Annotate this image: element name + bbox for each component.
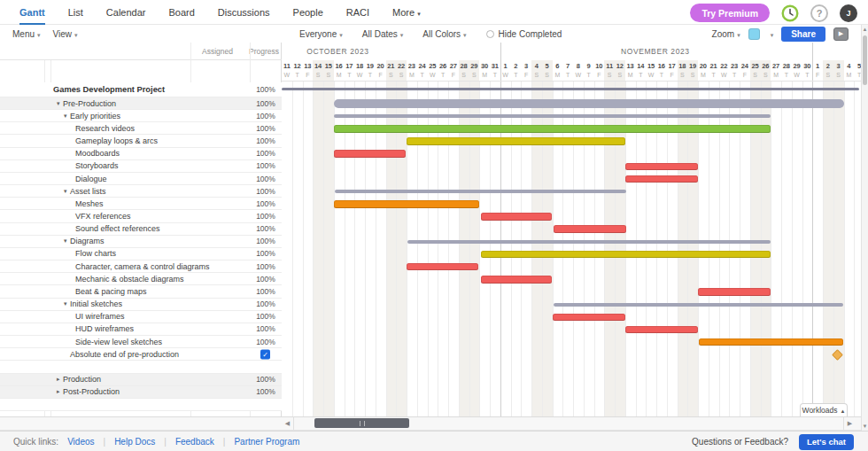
help-icon[interactable]: ? — [810, 4, 828, 22]
scroll-up-arrow-icon[interactable]: ▲ — [862, 27, 868, 32]
collapse-caret-icon[interactable]: ▾ — [57, 100, 60, 107]
task-row-dialogue[interactable]: Dialogue100% — [0, 173, 282, 185]
all-dates-filter-dropdown[interactable]: All Dates▾ — [362, 29, 404, 39]
gantt-bar-storyboards[interactable] — [625, 163, 698, 171]
nav-tab-discussions[interactable]: Discussions — [218, 0, 270, 25]
task-row-storyboards[interactable]: Storyboards100% — [0, 160, 282, 173]
gantt-bar-vfx-references[interactable] — [481, 213, 552, 221]
task-label: Character, camera & control diagrams — [75, 262, 210, 271]
gantt-bar-meshes[interactable] — [334, 200, 480, 208]
view-dropdown[interactable]: View▾ — [53, 29, 78, 39]
gantt-bar-initial-sketches[interactable] — [554, 303, 844, 307]
footer-link-videos[interactable]: Videos — [67, 437, 94, 447]
day-header-cell: 30M — [479, 61, 490, 81]
task-row-sound-effect-references[interactable]: Sound effect references100% — [0, 223, 282, 236]
horizontal-scrollbar-thumb[interactable] — [314, 418, 409, 428]
task-label: Flow charts — [75, 249, 116, 258]
task-row-gameplay-loops-arcs[interactable]: Gameplay loops & arcs100% — [0, 135, 282, 147]
weekend-column — [750, 60, 761, 416]
gantt-bar-dialogue[interactable] — [625, 175, 698, 183]
nav-tab-people[interactable]: People — [293, 0, 323, 25]
gantt-bar-side-view-level-sketches[interactable] — [699, 338, 843, 346]
task-row-early-priorities[interactable]: ▾Early priorities100% — [0, 110, 282, 122]
menu-dropdown[interactable]: Menu▾ — [12, 29, 41, 39]
task-row-post-production[interactable]: ▸Post-Production100% — [0, 386, 282, 399]
expand-caret-icon[interactable]: ▸ — [57, 388, 60, 395]
task-row-initial-sketches[interactable]: ▾Initial sketches100% — [0, 299, 282, 311]
nav-tab-gantt[interactable]: Gantt — [19, 0, 45, 25]
try-premium-button[interactable]: Try Premium — [690, 4, 770, 22]
gantt-bar-sound-effect-references[interactable] — [554, 225, 626, 233]
task-row-vfx-references[interactable]: VFX references100% — [0, 210, 282, 222]
footer-link-help-docs[interactable]: Help Docs — [114, 437, 155, 447]
day-number: 2 — [511, 61, 522, 71]
everyone-filter-dropdown[interactable]: Everyone▾ — [299, 29, 343, 39]
task-row-pre-production[interactable]: ▾Pre-Production100% — [0, 97, 282, 110]
task-row-moodboards[interactable]: Moodboards100% — [0, 148, 282, 160]
task-row-ui-wireframes[interactable]: UI wireframes100% — [0, 311, 282, 323]
task-row-beat-pacing-maps[interactable]: Beat & pacing maps100% — [0, 285, 282, 298]
gantt-bar-flow-charts[interactable] — [481, 251, 771, 259]
gantt-bar-character-camera-control-diagrams[interactable] — [407, 263, 478, 271]
nav-tab-raci[interactable]: RACI — [346, 0, 369, 25]
weekday-letter: T — [438, 71, 448, 79]
scroll-right-arrow-icon[interactable]: ▶ — [843, 416, 856, 430]
gantt-bar-research-videos[interactable] — [334, 125, 771, 133]
gantt-bar-diagrams[interactable] — [407, 240, 771, 244]
weekday-letter: S — [313, 71, 323, 79]
weekend-column — [396, 60, 407, 416]
task-row-asset-lists[interactable]: ▾Asset lists100% — [0, 185, 282, 198]
task-row-hud-wireframes[interactable]: HUD wireframes100% — [0, 323, 282, 336]
task-row-absolute-end-of-pre-production[interactable]: Absolute end of pre-production✓ — [0, 348, 282, 361]
weekend-column — [469, 60, 480, 416]
avatar[interactable]: J — [840, 4, 857, 22]
color-swatch-picker[interactable] — [748, 28, 760, 40]
hide-completed-checkbox[interactable] — [486, 30, 494, 38]
workloads-tab[interactable]: Workloads▲ — [800, 403, 848, 416]
gantt-bar-pre-production[interactable] — [334, 99, 844, 108]
lets-chat-button[interactable]: Let's chat — [799, 434, 854, 450]
collapse-caret-icon[interactable]: ▾ — [64, 237, 67, 245]
zoom-dropdown[interactable]: Zoom▾ — [712, 29, 740, 39]
footer-link-partner-program[interactable]: Partner Program — [234, 437, 299, 447]
task-row-research-videos[interactable]: Research videos100% — [0, 122, 282, 135]
task-row-diagrams[interactable]: ▾Diagrams100% — [0, 236, 282, 248]
task-row-mechanic-obstacle-diagrams[interactable]: Mechanic & obstacle diagrams100% — [0, 273, 282, 285]
gantt-bar-ui-wireframes[interactable] — [553, 314, 625, 322]
task-row-character-camera-control-diagrams[interactable]: Character, camera & control diagrams100% — [0, 260, 282, 273]
collapse-caret-icon[interactable]: ▾ — [64, 113, 67, 120]
task-row-flow-charts[interactable]: Flow charts100% — [0, 248, 282, 260]
share-button[interactable]: Share — [781, 27, 825, 42]
collapse-caret-icon[interactable]: ▾ — [64, 188, 67, 195]
task-row-production[interactable]: ▸Production100% — [0, 374, 282, 386]
milestone-complete-checkbox[interactable]: ✓ — [260, 349, 270, 359]
gantt-bar-beat-pacing-maps[interactable] — [698, 288, 771, 296]
scroll-down-arrow-icon[interactable]: ▼ — [862, 424, 868, 429]
task-row-meshes[interactable]: Meshes100% — [0, 198, 282, 210]
gantt-bar-hud-wireframes[interactable] — [625, 326, 698, 334]
nav-tab-calendar[interactable]: Calendar — [106, 0, 146, 25]
present-export-icon[interactable]: ▶ — [833, 27, 849, 41]
weekend-column — [323, 60, 334, 416]
gantt-bar-mechanic-obstacle-diagrams[interactable] — [481, 276, 552, 284]
footer-link-feedback[interactable]: Feedback — [175, 437, 214, 447]
task-row-side-view-level-sketches[interactable]: Side-view level sketches100% — [0, 336, 282, 348]
gantt-bar-early-priorities[interactable] — [334, 114, 771, 118]
nav-tab-more[interactable]: More▾ — [392, 0, 421, 25]
gantt-bar-games-development-project[interactable] — [282, 88, 859, 90]
scroll-left-arrow-icon[interactable]: ◀ — [282, 416, 294, 430]
day-number: 7 — [562, 61, 573, 71]
gantt-bar-gameplay-loops-arcs[interactable] — [407, 137, 625, 145]
gantt-bar-asset-lists[interactable] — [335, 190, 626, 193]
expand-caret-icon[interactable]: ▸ — [57, 376, 60, 383]
nav-tab-board[interactable]: Board — [169, 0, 195, 25]
nav-tab-list[interactable]: List — [68, 0, 83, 25]
vertical-scrollbar-thumb[interactable] — [863, 35, 867, 85]
time-tracking-clock-icon[interactable] — [781, 4, 799, 22]
collapse-caret-icon[interactable]: ▾ — [64, 300, 67, 307]
hide-completed-toggle[interactable]: Hide Completed — [486, 29, 562, 39]
all-colors-filter-dropdown[interactable]: All Colors▾ — [422, 29, 466, 39]
gantt-bar-moodboards[interactable] — [334, 150, 406, 158]
swatch-chevron[interactable]: ▾ — [768, 29, 774, 39]
task-row-games-development-project[interactable]: Games Development Project100% — [0, 82, 282, 97]
